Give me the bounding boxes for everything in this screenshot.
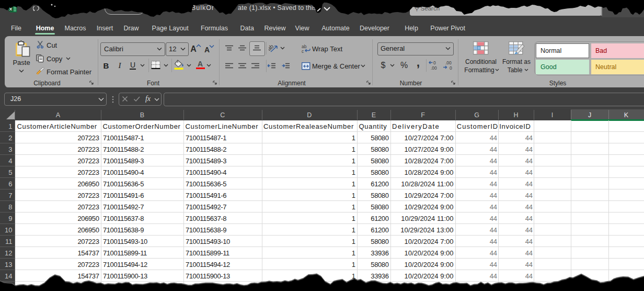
svg-text:X: X [9,7,13,12]
svg-text:0: 0 [450,65,452,71]
svg-text:0: 0 [433,60,436,65]
svg-text:.00: .00 [431,65,437,71]
svg-text:.00: .00 [445,60,452,65]
